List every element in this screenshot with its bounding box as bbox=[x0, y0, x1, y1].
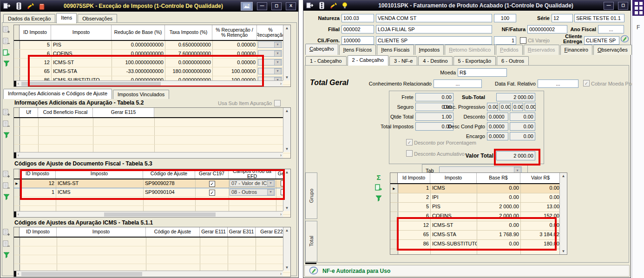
tab-dados-da-excecao[interactable]: Dados da Exceção bbox=[3, 14, 55, 23]
table-row[interactable]: 2 IPI 0.00 0.00 bbox=[390, 193, 567, 203]
cli-varejo-checkbox[interactable] bbox=[520, 37, 526, 44]
table-row[interactable] bbox=[390, 249, 567, 255]
natureza-desc-field[interactable]: VENDA COM ST bbox=[376, 14, 492, 22]
wrench-icon[interactable] bbox=[26, 2, 34, 10]
natureza-code-field[interactable]: 100.03 bbox=[342, 14, 374, 22]
tab-4-destino[interactable]: 4 - Destino bbox=[418, 56, 452, 66]
desc-cond-value-field[interactable]: 0.00 bbox=[510, 122, 535, 131]
tab-itens[interactable]: Itens bbox=[56, 13, 77, 23]
table-row[interactable]: 65 ICMS-STA 1 768.90 3 184.02 bbox=[390, 231, 567, 240]
table-row[interactable]: 12 ICMS-ST 0.00 0.00 bbox=[390, 221, 567, 231]
horizontal-scrollbar[interactable]: ‹› bbox=[14, 80, 283, 86]
vertical-scrollbar[interactable]: ▲▼ bbox=[283, 227, 290, 271]
desconto-acumulativo-checkbox[interactable] bbox=[406, 150, 413, 157]
exit-icon[interactable] bbox=[3, 2, 11, 10]
horizontal-scrollbar[interactable]: ‹› bbox=[14, 211, 283, 217]
export-icon[interactable] bbox=[3, 49, 10, 57]
table-row[interactable]: 65 ICMS-STA -33.0000000000 180.000000000… bbox=[14, 67, 290, 76]
recuperacao-combo[interactable]: ▾ bbox=[258, 41, 282, 48]
table-row[interactable]: 6 COFINS 0.0000000000 7.6000000000 0.000… bbox=[14, 50, 290, 59]
usa-sub-item-checkbox[interactable] bbox=[274, 100, 281, 106]
encargo-value-field[interactable]: 0.00 bbox=[510, 132, 535, 140]
vertical-scrollbar[interactable]: ▲▼ bbox=[283, 108, 290, 152]
filter-icon[interactable] bbox=[375, 195, 382, 203]
desc-progressivo-field-1[interactable]: 0.00 bbox=[487, 103, 498, 111]
natureza-extra-field[interactable]: 100 bbox=[494, 14, 516, 22]
table-row[interactable]: ▶ 1 ICMS 0.00 0.00 bbox=[390, 184, 567, 193]
maximize-icon[interactable]: ◻ bbox=[618, 2, 628, 10]
tab-informacoes-adicionais[interactable]: Informações Adicionais e Códigos de Ajus… bbox=[3, 89, 112, 99]
sub-total-field[interactable]: 2 000.00 bbox=[496, 93, 535, 101]
minimize-icon[interactable]: — bbox=[604, 2, 614, 10]
export-icon[interactable] bbox=[375, 184, 382, 192]
desconto-porcentagem-checkbox[interactable] bbox=[406, 139, 413, 146]
table-row[interactable] bbox=[14, 246, 290, 255]
conhecimento-field[interactable]: ... bbox=[434, 79, 482, 88]
delete-row-icon[interactable] bbox=[3, 240, 10, 249]
minimize-icon[interactable]: — bbox=[257, 2, 267, 10]
data-fat-field[interactable]: ... bbox=[538, 79, 578, 88]
tab-observacoes[interactable]: Observações bbox=[78, 14, 117, 23]
campos-efd-combo[interactable]: 08 - Outros▾ bbox=[230, 189, 275, 196]
vertical-scrollbar[interactable]: ▲▼ bbox=[559, 173, 567, 254]
table-row[interactable] bbox=[14, 197, 290, 206]
tab-itens-fisicos[interactable]: Itens Físicos bbox=[339, 45, 376, 55]
filter-icon[interactable] bbox=[3, 60, 10, 68]
exit-icon[interactable] bbox=[306, 2, 314, 10]
tab-financeiro[interactable]: Financeiro bbox=[560, 45, 592, 55]
maximize-icon[interactable]: ◻ bbox=[271, 2, 282, 10]
filter-icon[interactable] bbox=[3, 132, 10, 139]
table-row[interactable]: 5 PIS 0.0000000000 0.6500000000 0.00000 … bbox=[14, 41, 290, 50]
tab-5-exportacao[interactable]: 5 - Exportação bbox=[453, 56, 496, 66]
notebook-icon[interactable] bbox=[38, 2, 46, 10]
delete-row-icon[interactable] bbox=[3, 38, 10, 46]
tab-6-outros[interactable]: 6 - Outros bbox=[497, 56, 529, 66]
traffic-light-icon[interactable] bbox=[317, 2, 326, 10]
table-row[interactable]: 12 ICMS-ST 100.0000000000 0.0000000000 0… bbox=[14, 59, 290, 67]
qtde-total-field[interactable]: 1.00 bbox=[415, 113, 453, 121]
ano-fiscal-field[interactable]: ... bbox=[598, 25, 624, 33]
recuperacao-combo[interactable]: ▾ bbox=[258, 68, 282, 74]
tab-1-cabecalho[interactable]: 1 - Cabeçalho bbox=[305, 56, 347, 66]
desc-cond-pct-field[interactable]: 0.0000 bbox=[487, 122, 508, 131]
tab-itens-fiscais[interactable]: Itens Fiscais bbox=[377, 45, 414, 55]
recuperacao-combo[interactable]: ▾ bbox=[258, 50, 282, 57]
tab-impostos-vinculados[interactable]: Impostos Vinculados bbox=[113, 90, 169, 99]
add-row-icon[interactable] bbox=[3, 109, 10, 117]
sigma-icon[interactable]: Σ bbox=[376, 174, 381, 181]
gerar-c197-checkbox[interactable] bbox=[209, 181, 215, 187]
titlebar[interactable]: 100101SPK - Faturamento de Produto Acaba… bbox=[303, 0, 631, 11]
horizontal-scrollbar[interactable]: ‹› bbox=[14, 152, 283, 158]
desc-progressivo-field-3[interactable]: 0.00 bbox=[512, 103, 523, 111]
table-row[interactable] bbox=[14, 255, 290, 264]
moeda-field[interactable]: R$ bbox=[458, 68, 507, 77]
delete-row-icon[interactable] bbox=[3, 120, 10, 129]
pencil-icon[interactable] bbox=[620, 35, 629, 44]
horizontal-scrollbar[interactable]: ‹› bbox=[14, 271, 283, 277]
table-row[interactable] bbox=[14, 127, 290, 136]
filter-icon[interactable] bbox=[3, 252, 10, 259]
tab-cabecalho[interactable]: Cabeçalho bbox=[305, 44, 338, 55]
serie-desc-field[interactable]: SERIE TESTE 01.1 bbox=[574, 14, 624, 22]
tab-impostos[interactable]: Impostos bbox=[415, 45, 444, 55]
vertical-scrollbar[interactable]: ▲▼ bbox=[283, 25, 290, 80]
add-row-icon[interactable] bbox=[3, 26, 10, 34]
gerar-c197-checkbox[interactable] bbox=[209, 190, 215, 196]
bulb-icon[interactable] bbox=[341, 2, 349, 10]
side-tab-total[interactable]: Total bbox=[305, 221, 317, 262]
nf-fatura-field[interactable]: 000000002 bbox=[527, 25, 567, 33]
apps-grid-icon[interactable] bbox=[632, 0, 644, 16]
delete-row-icon[interactable] bbox=[3, 182, 10, 191]
picture-icon[interactable] bbox=[241, 2, 253, 11]
traffic-light-icon[interactable] bbox=[14, 2, 23, 10]
recuperacao-combo[interactable]: ▾ bbox=[258, 59, 282, 66]
add-row-icon[interactable] bbox=[3, 171, 10, 179]
desc-progressivo-field-2[interactable]: 0.00 bbox=[499, 103, 511, 111]
table-row[interactable]: 86 ICMS-SUBSTITUTO 0.00 180.00 bbox=[390, 240, 567, 249]
side-tab-grupo[interactable]: Grupo bbox=[305, 172, 317, 219]
table-row[interactable]: ▶ 12 ICMS-ST SP90090278 07 - Valor de IC… bbox=[14, 179, 290, 188]
filter-icon[interactable] bbox=[3, 194, 10, 201]
add-row-icon[interactable] bbox=[3, 229, 10, 237]
cobrar-moeda-checkbox[interactable] bbox=[583, 80, 590, 86]
desc-progressivo-field-4[interactable]: 0.00 bbox=[525, 103, 536, 111]
